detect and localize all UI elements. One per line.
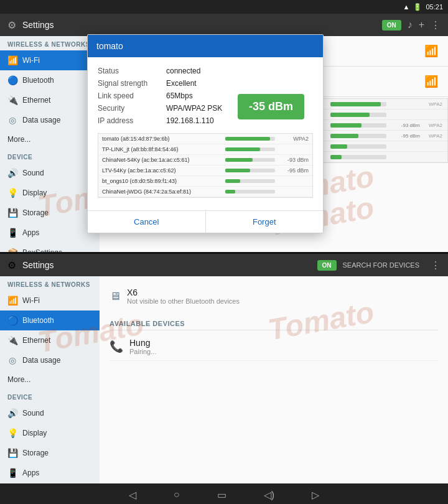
sidebar-item-datausage-top[interactable]: ◎ Data usage [0,110,100,130]
sidebar-item-wifi-bottom[interactable]: 📶 Wi-Fi [0,291,100,310]
scan-main-bar [330,123,362,128]
dialog-label-signal: Signal strength [98,79,166,88]
wifi-detail-dialog: tomato Status connected Signal strength … [87,34,324,233]
sound-icon[interactable]: ♪ [408,19,413,31]
dialog-scan-item: ChinaNet-jWDG (84:74:2a:5a:ef:81) [98,187,312,197]
dialog-scan-list: tomato (a8:15:4d:87:9e:6b) WPA2 TP-LINK_… [98,133,313,198]
page-title-bottom: Settings [22,260,311,270]
status-bar-top: ▲ 🔋 05:21 [0,0,448,14]
scan-item-name: LTV-54Ky (ac:be:1a:ac:c5:62) [102,167,223,174]
dialog-network-name: tomato [96,41,123,51]
scan-main-bar [330,144,347,149]
wifi-toggle-top[interactable]: ON [382,20,401,30]
storage-icon-bottom: 💾 [7,448,17,458]
scan-bar [225,137,270,141]
wireless-networks-label-bottom: WIRELESS & NETWORKS [0,276,100,291]
scan-bar [225,169,250,172]
scan-item-name: ChinaNet-54Ky (ac:be:1a:ac:c5:61) [102,157,223,163]
sidebar-item-apps-bottom[interactable]: 📱 Apps [0,463,100,483]
sidebar-item-wifi-top[interactable]: 📶 Wi-Fi [0,50,100,70]
sidebar-item-storage-top[interactable]: 💾 Storage [0,203,100,223]
nav-recents-button[interactable]: ▭ [217,489,226,501]
sidebar-item-bluetooth-bottom[interactable]: 🔵 Bluetooth [0,310,100,330]
available-device-hung[interactable]: 📞 Hung Pairing... [110,333,438,361]
sidebar-item-ethernet-top[interactable]: 🔌 Ethernet [0,90,100,110]
dialog-label-linkspeed: Link speed [98,91,166,100]
scan-main-bar [330,113,370,117]
sidebar-item-sound-top[interactable]: 🔊 Sound [0,163,100,183]
scan-main-bar [330,155,342,159]
sidebar-item-storage-bottom[interactable]: 💾 Storage [0,443,100,463]
sidebar-datausage-label-top: Data usage [22,116,60,124]
sidebar-item-ethernet-bottom[interactable]: 🔌 Ethernet [0,330,100,350]
add-icon[interactable]: + [419,19,424,31]
settings-app-icon: ⚙ [7,19,16,31]
sidebar-item-bluetooth-top[interactable]: 🔵 Bluetooth [0,70,100,90]
tablet-device-icon: 🖥 [110,290,121,303]
scan-main-dbm: -93 dBm [389,123,420,128]
more-options-icon[interactable]: ⋮ [431,19,441,31]
sidebar-ethernet-label-top: Ethernet [22,96,50,105]
apps-icon-top: 📱 [7,228,17,238]
nav-home-button[interactable]: ○ [174,489,180,500]
scan-main-security: WPA2 [422,133,442,139]
wifi-icon: 📶 [7,55,17,65]
scan-item-name: TP-LINK_jt (a8:bb:8f:84:54:46) [102,146,223,152]
sidebar-item-more-top[interactable]: More... [0,130,100,149]
sidebar-apps-label-bottom: Apps [22,469,39,477]
scan-main-bar-container [330,144,386,149]
sidebar-display-label-bottom: Display [22,429,47,437]
nav-volume-button[interactable]: ◁) [264,489,274,501]
storage-icon-top: 💾 [7,208,17,218]
dialog-value-signal: Excellent [166,79,197,88]
settings-app-icon-bottom: ⚙ [7,259,16,271]
nav-bar: ◁ ○ ▭ ◁) ▷ [0,483,448,504]
scan-main-bar [330,102,381,106]
sidebar-bluetooth-label-bottom: Bluetooth [22,316,54,325]
scan-bar-container [225,158,275,162]
more-options-icon-bottom[interactable]: ⋮ [431,259,441,271]
bt-toggle-bottom[interactable]: ON [317,260,337,271]
scan-bar-container [225,169,275,172]
sidebar-top: WIRELESS & NETWORKS 📶 Wi-Fi 🔵 Bluetooth … [0,36,100,252]
phone-device-icon: 📞 [110,340,123,353]
dialog-label-ip: IP address [98,116,166,125]
sidebar-sound-label-bottom: Sound [22,409,44,418]
dialog-scan-item: TP-LINK_jt (a8:bb:8f:84:54:46) [98,144,312,155]
sidebar-item-display-top[interactable]: 💡 Display [0,183,100,203]
my-device-visibility: Not visible to other Bluetooth devices [127,297,240,305]
bluetooth-content-area: WIRELESS & NETWORKS 📶 Wi-Fi 🔵 Bluetooth … [0,276,448,483]
boxsettings-icon-top: 📦 [7,248,17,252]
nav-forward-button[interactable]: ▷ [312,489,319,501]
sidebar-item-display-bottom[interactable]: 💡 Display [0,423,100,443]
dialog-value-linkspeed: 65Mbps [166,91,193,100]
battery-icon: 🔋 [413,3,422,11]
sidebar-storage-label-bottom: Storage [22,449,49,457]
sidebar-item-sound-bottom[interactable]: 🔊 Sound [0,403,100,423]
scan-item-dbm: WPA2 [278,136,309,142]
sidebar-boxsettings-label-top: BoxSettings [22,248,62,252]
bluetooth-icon-bottom: 🔵 [7,315,17,325]
scan-item-name: bt_ongs10 (c8:d0:5b:89:f1:43) [102,178,223,184]
sound-icon-bottom: 🔊 [7,408,17,418]
dialog-forget-button[interactable]: Forget [206,211,324,233]
dialog-buttons: Cancel Forget [88,210,323,233]
dialog-scan-item: LTV-54Ky (ac:be:1a:ac:c5:62) -95 dBm [98,166,312,176]
display-icon-bottom: 💡 [7,428,17,438]
sidebar-item-more-bottom[interactable]: More... [0,370,100,389]
bluetooth-main-content: 🖥 X6 Not visible to other Bluetooth devi… [100,276,448,483]
sidebar-item-boxsettings-top[interactable]: 📦 BoxSettings [0,243,100,252]
available-devices-label: AVAILABLE DEVICES [110,316,438,330]
dialog-cancel-button[interactable]: Cancel [88,211,206,233]
my-device-row: 🖥 X6 Not visible to other Bluetooth devi… [110,282,438,310]
search-devices-button[interactable]: SEARCH FOR DEVICES [343,261,419,269]
title-bar-top: ⚙ Settings ON ♪ + ⋮ [0,14,448,36]
scan-main-bar [330,134,358,138]
sidebar-item-datausage-bottom[interactable]: ◎ Data usage [0,350,100,370]
sidebar-more-label-bottom: More... [7,375,30,384]
nav-back-button[interactable]: ◁ [129,489,136,501]
scan-item-dbm: -93 dBm [278,157,309,163]
dialog-scan-item: bt_ongs10 (c8:d0:5b:89:f1:43) [98,176,312,187]
sidebar-item-apps-top[interactable]: 📱 Apps [0,223,100,243]
sidebar-apps-label-top: Apps [22,228,39,237]
